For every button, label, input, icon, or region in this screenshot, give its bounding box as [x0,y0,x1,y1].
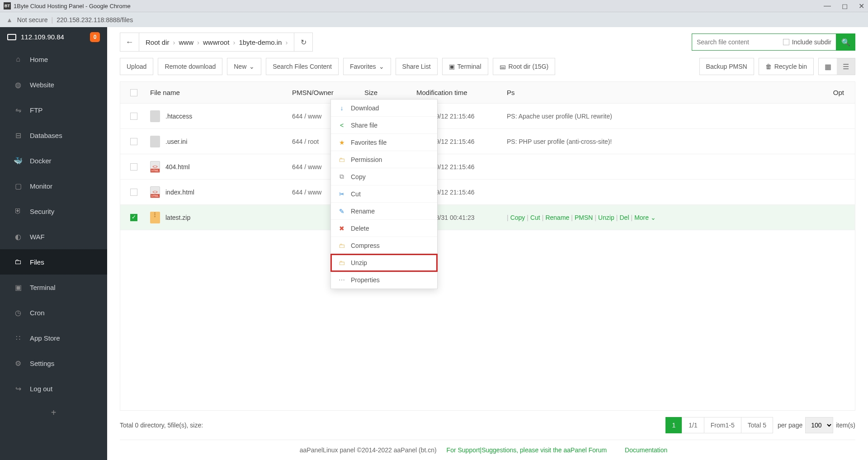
col-header-name[interactable]: File name [147,89,292,96]
sidebar-item-label: Security [30,208,54,215]
row-checkbox[interactable] [130,163,137,171]
sidebar-item-label: Log out [30,385,52,393]
sidebar-item-monitor[interactable]: ▢Monitor [0,173,107,199]
new-button[interactable]: New⌄ [227,58,261,75]
cut-icon: ✂ [338,190,345,198]
url-text[interactable]: 220.158.232.118:8888/files [57,16,133,24]
sidebar-item-ftp[interactable]: ⇋FTP [0,97,107,123]
sidebar-item-website[interactable]: ◍Website [0,72,107,97]
remote-download-button[interactable]: Remote download [158,58,222,75]
sidebar-item-app-store[interactable]: ∷App Store [0,325,107,351]
context-item-unzip[interactable]: 🗀Unzip [331,254,437,271]
action-copy[interactable]: Copy [510,214,525,221]
include-subdir-label: Include subdir [792,38,831,46]
file-name: 404.html [165,163,190,171]
recycle-bin-button[interactable]: 🗑Recycle bin [759,58,814,75]
context-item-properties[interactable]: ⋯Properties [331,271,437,289]
breadcrumb-segment[interactable]: www [179,38,194,46]
sidebar-add-button[interactable]: + [0,401,107,424]
file-table: File name PMSN/Owner Size Modification t… [120,81,855,411]
action-pmsn[interactable]: PMSN [575,214,593,221]
context-item-download[interactable]: ↓Download [331,100,437,117]
refresh-button[interactable]: ↻ [294,33,313,52]
cell-ps: PS: PHP user profile (anti-cross-site)! [507,138,819,145]
perpage-select[interactable]: 100 [805,417,833,433]
close-icon[interactable]: ✕ [859,2,864,10]
footer-docs-link[interactable]: Documentation [625,446,667,454]
sidebar-item-terminal[interactable]: ▣Terminal [0,275,107,300]
upload-button[interactable]: Upload [120,58,153,75]
select-all-checkbox[interactable] [130,89,137,96]
back-button[interactable]: ← [120,33,139,51]
include-subdir-checkbox[interactable] [783,39,789,45]
context-item-label: Rename [351,208,375,215]
notification-badge[interactable]: 0 [90,32,100,42]
sidebar-item-label: Databases [30,132,62,139]
table-row[interactable]: .user.ini 644 / root 46 B 2022/09/12 21:… [120,129,855,154]
search-button[interactable]: 🔍 [836,33,855,51]
context-item-delete[interactable]: ✖Delete [331,220,437,237]
breadcrumb-separator: › [173,38,175,46]
context-item-favorites-file[interactable]: ★Favorites file [331,134,437,151]
sidebar-item-waf[interactable]: ◐WAF [0,224,107,249]
table-row[interactable]: index.html 644 / www 1.09 KB 2022/09/12 … [120,180,855,205]
row-checkbox[interactable] [130,138,137,145]
sidebar-item-label: Files [30,258,44,266]
footer-support-link[interactable]: For Support|Suggestions, please visit th… [447,446,607,454]
row-checkbox[interactable] [130,214,137,221]
backup-pmsn-button[interactable]: Backup PMSN [699,58,754,75]
search-files-button[interactable]: Search Files Content [266,58,339,75]
status-row: Total 0 directory, 5file(s), size: 1 1/1… [120,411,855,440]
row-checkbox[interactable] [130,113,137,120]
table-row[interactable]: 404.html 644 / www 488 B 2022/09/12 21:1… [120,154,855,180]
sidebar-item-databases[interactable]: ⊟Databases [0,123,107,148]
sidebar-item-home[interactable]: ⌂Home [0,47,107,72]
favorites-button[interactable]: Favorites⌄ [343,58,391,75]
share-list-button[interactable]: Share List [396,58,438,75]
sidebar-item-log-out[interactable]: ↪Log out [0,376,107,401]
status-summary: Total 0 directory, 5file(s), size: [120,422,203,429]
action-unzip[interactable]: Unzip [598,214,614,221]
sidebar-item-settings[interactable]: ⚙Settings [0,351,107,376]
grid-view-button[interactable]: ▦ [819,58,837,75]
chevron-down-icon: ⌄ [249,63,255,70]
footer-copyright: aaPanelLinux panel ©2014-2022 aaPanel (b… [300,446,437,454]
list-view-button[interactable]: ☰ [837,58,855,75]
sidebar-header: 112.109.90.84 0 [0,27,107,47]
sidebar-item-security[interactable]: ⛨Security [0,199,107,224]
context-item-compress[interactable]: 🗀Compress [331,237,437,254]
favorites file-icon: ★ [338,139,345,146]
search-input[interactable] [697,38,783,46]
table-row[interactable]: .htaccess 644 / www 1 B 2022/09/12 21:15… [120,104,855,129]
action-del[interactable]: Del [620,214,629,221]
context-item-permission[interactable]: 🗀Permission [331,151,437,168]
cron-icon: ◷ [14,308,23,317]
sidebar-item-files[interactable]: 🗀Files [0,249,107,275]
maximize-icon[interactable]: ◻ [842,2,848,10]
sidebar-item-label: Settings [30,360,54,367]
context-item-rename[interactable]: ✎Rename [331,203,437,220]
breadcrumb-segment[interactable]: 1byte-demo.in [239,38,282,46]
action-cut[interactable]: Cut [530,214,540,221]
context-item-copy[interactable]: ⧉Copy [331,168,437,185]
col-header-pmsn[interactable]: PMSN/Owner [292,89,364,96]
col-header-ps[interactable]: Ps [507,89,819,96]
minimize-icon[interactable]: ― [824,2,831,10]
page-current[interactable]: 1 [665,417,683,433]
sidebar-item-cron[interactable]: ◷Cron [0,300,107,325]
permission-icon: 🗀 [338,156,345,163]
terminal-button[interactable]: ▣Terminal [442,58,488,75]
file-name: latest.zip [165,214,190,221]
sidebar-item-docker[interactable]: 🐳Docker [0,148,107,173]
table-row[interactable]: latest.zip 21.72 MB 2022/08/31 00:41:23 … [120,205,855,230]
row-checkbox[interactable] [130,189,137,196]
action-more[interactable]: More ⌄ [634,214,656,221]
col-header-size[interactable]: Size [364,89,416,96]
col-header-mod[interactable]: Modification time [416,89,507,96]
breadcrumb-segment[interactable]: wwwroot [203,38,229,46]
root-dir-button[interactable]: 🖴Root dir (15G) [493,58,556,75]
context-item-share-file[interactable]: <Share file [331,117,437,134]
breadcrumb-segment[interactable]: Root dir [146,38,170,46]
action-rename[interactable]: Rename [545,214,569,221]
context-item-cut[interactable]: ✂Cut [331,185,437,203]
